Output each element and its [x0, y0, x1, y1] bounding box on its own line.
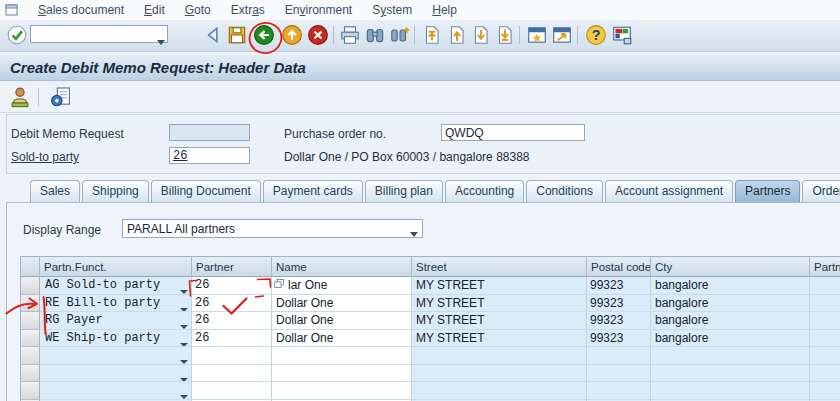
- menu-item-goto[interactable]: Goto: [175, 1, 221, 19]
- toolbar-separator: [519, 26, 520, 44]
- table-header-row: Partn.Funct.PartnerNameStreetPostal code…: [21, 257, 840, 277]
- partner-number-cell[interactable]: [192, 382, 272, 400]
- partner-function-cell[interactable]: [40, 382, 192, 400]
- partner-name-cell[interactable]: Dollar One: [272, 330, 412, 348]
- partner-number-cell[interactable]: [192, 365, 272, 383]
- partner-name-cell[interactable]: [272, 382, 412, 400]
- window-menu-icon[interactable]: [5, 3, 19, 17]
- column-header-selector[interactable]: [21, 257, 40, 277]
- print-icon[interactable]: [339, 24, 361, 46]
- purchase-order-label: Purchase order no.: [284, 127, 386, 141]
- tab-billing-plan[interactable]: Billing plan: [365, 180, 443, 202]
- menu-item-help[interactable]: Help: [422, 1, 467, 19]
- column-header-postal-code[interactable]: Postal code: [587, 257, 651, 277]
- menu-item-edit[interactable]: Edit: [134, 1, 175, 19]
- column-header-partne[interactable]: Partne: [810, 257, 840, 277]
- partner-desc-cell: [810, 365, 840, 383]
- partner-number-cell[interactable]: 26: [192, 277, 272, 295]
- tab-sales[interactable]: Sales: [30, 180, 80, 202]
- partner-name-cell[interactable]: lar One: [272, 277, 412, 295]
- partner-function-cell[interactable]: WE Ship-to party: [40, 330, 192, 348]
- function-dropdown-icon[interactable]: [180, 283, 188, 295]
- menu-item-environment[interactable]: Environment: [275, 1, 362, 19]
- column-header-street[interactable]: Street: [412, 257, 587, 277]
- row-selector-cell[interactable]: [21, 277, 40, 295]
- function-dropdown-icon[interactable]: [180, 371, 188, 383]
- last-page-icon[interactable]: [494, 24, 516, 46]
- column-header-cty[interactable]: Cty: [651, 257, 810, 277]
- tab-payment-cards[interactable]: Payment cards: [263, 180, 363, 202]
- tab-accounting[interactable]: Accounting: [445, 180, 524, 202]
- menu-item-extras[interactable]: Extras: [221, 1, 275, 19]
- function-dropdown-icon[interactable]: [180, 336, 188, 348]
- back-icon[interactable]: [253, 24, 275, 46]
- partner-function-cell[interactable]: [40, 347, 192, 365]
- partner-desc-cell: [810, 347, 840, 365]
- find-next-icon[interactable]: [389, 24, 411, 46]
- customize-icon[interactable]: [611, 24, 633, 46]
- partner-name-cell[interactable]: [272, 365, 412, 383]
- function-dropdown-icon[interactable]: [180, 301, 188, 313]
- partner-number-cell[interactable]: [192, 347, 272, 365]
- row-selector-cell[interactable]: [21, 330, 40, 348]
- partner-function-cell[interactable]: AG Sold-to party: [40, 277, 192, 295]
- row-selector-cell[interactable]: [21, 347, 40, 365]
- tab-billing-document[interactable]: Billing Document: [151, 180, 261, 202]
- partner-name-cell[interactable]: Dollar One: [272, 312, 412, 330]
- partner-number-cell[interactable]: 26: [192, 330, 272, 348]
- menu-item-sales-document[interactable]: Sales document: [28, 1, 134, 19]
- display-doc-header-icon[interactable]: [49, 85, 73, 109]
- row-selector-cell[interactable]: [21, 312, 40, 330]
- help-icon[interactable]: ?: [585, 24, 607, 46]
- tab-shipping[interactable]: Shipping: [82, 180, 149, 202]
- tab-order-data[interactable]: Order Data: [802, 180, 840, 202]
- column-header-partner[interactable]: Partner: [192, 257, 272, 277]
- tabstrip: SalesShippingBilling DocumentPayment car…: [6, 180, 840, 202]
- display-range-combobox[interactable]: PARALL All partners: [122, 219, 423, 238]
- row-selector-cell[interactable]: [21, 382, 40, 400]
- partner-function-cell[interactable]: RG Payer: [40, 312, 192, 330]
- tab-conditions[interactable]: Conditions: [526, 180, 603, 202]
- next-page-icon[interactable]: [470, 24, 492, 46]
- partner-number-cell[interactable]: 26: [192, 312, 272, 330]
- city-cell: bangalore: [651, 277, 810, 295]
- cancel-icon[interactable]: [307, 24, 329, 46]
- sold-to-party-input[interactable]: 26: [169, 147, 250, 164]
- function-dropdown-icon[interactable]: [180, 318, 188, 330]
- title-bar: Create Debit Memo Request: Header Data: [0, 54, 840, 81]
- partner-name-cell[interactable]: Dollar One: [272, 295, 412, 313]
- purchase-order-input[interactable]: QWDQ: [441, 124, 585, 141]
- partner-number-cell[interactable]: 26: [192, 295, 272, 313]
- debit-memo-request-input[interactable]: [169, 124, 250, 141]
- new-session-icon[interactable]: [526, 24, 548, 46]
- column-header-partn-funct-[interactable]: Partn.Funct.: [40, 257, 192, 277]
- row-selector-cell[interactable]: [21, 365, 40, 383]
- function-dropdown-icon[interactable]: [180, 353, 188, 365]
- column-header-name[interactable]: Name: [272, 257, 412, 277]
- function-dropdown-icon[interactable]: [180, 388, 188, 400]
- apptoolbar-separator: [38, 88, 39, 106]
- create-shortcut-icon[interactable]: [551, 24, 573, 46]
- partner-function-cell[interactable]: RE Bill-to party: [40, 295, 192, 313]
- sold-to-party-label[interactable]: Sold-to party: [11, 150, 79, 164]
- back-triangle-icon[interactable]: [202, 24, 224, 46]
- save-icon[interactable]: [226, 24, 248, 46]
- previous-page-icon[interactable]: [446, 24, 468, 46]
- command-dropdown-icon[interactable]: [157, 31, 165, 49]
- partner-desc-cell: [810, 312, 840, 330]
- tab-partners[interactable]: Partners: [735, 180, 800, 202]
- enter-check-icon[interactable]: [6, 24, 28, 46]
- toolbar-separator: [577, 26, 578, 44]
- menu-item-system[interactable]: System: [362, 1, 422, 19]
- exit-icon[interactable]: [281, 24, 303, 46]
- tab-account-assignment[interactable]: Account assignment: [605, 180, 733, 202]
- partner-function-cell[interactable]: [40, 365, 192, 383]
- partner-person-icon[interactable]: [8, 85, 32, 109]
- first-page-icon[interactable]: [421, 24, 443, 46]
- command-field[interactable]: [30, 25, 168, 43]
- display-range-dropdown-icon[interactable]: [410, 226, 418, 240]
- postal-code-cell: 99323: [587, 330, 651, 348]
- row-selector-cell[interactable]: [21, 295, 40, 313]
- partner-name-cell[interactable]: [272, 347, 412, 365]
- find-icon[interactable]: [364, 24, 386, 46]
